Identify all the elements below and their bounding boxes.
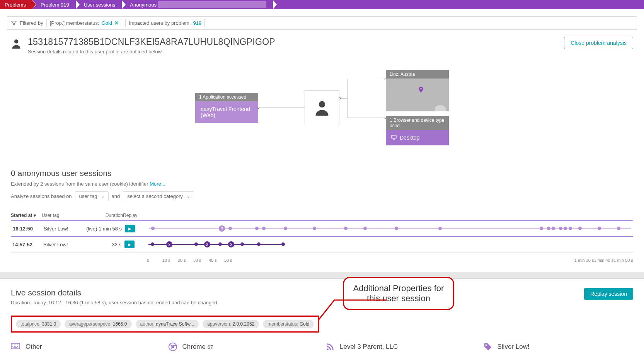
- chevron-down-icon: ⌄: [187, 194, 190, 198]
- analyze-select-1[interactable]: user tag⌄: [75, 191, 109, 201]
- sessions-table-header: Started at ▾ User tag Duration Replay: [11, 213, 633, 220]
- replay-button[interactable]: ▶: [124, 241, 135, 248]
- svg-point-7: [485, 345, 487, 346]
- session-timeline: 2: [149, 225, 631, 232]
- svg-rect-2: [392, 135, 396, 138]
- user-subtitle: Session details related to this user pro…: [28, 49, 275, 55]
- breadcrumb-anonymous[interactable]: Anonymous: [121, 0, 273, 9]
- cell-usertag: Silver Low!: [44, 226, 86, 232]
- more-link[interactable]: More...: [150, 181, 165, 187]
- breadcrumb-problem[interactable]: Problem 919: [32, 0, 75, 9]
- property-tag[interactable]: averagepersonprice: 1665.0: [65, 320, 131, 328]
- col-started[interactable]: Started at ▾: [11, 213, 42, 218]
- footer-cards: Other Chrome 67 Level 3 Parent, LLC Silv…: [11, 343, 633, 351]
- replay-session-button[interactable]: Replay session: [584, 288, 633, 300]
- filter-chip-memberstatus[interactable]: [Prop.] memberstatus: Gold ✕: [46, 19, 122, 27]
- sessions-subtitle: Extended by 2 sessions from the same use…: [11, 181, 633, 187]
- device-card[interactable]: Desktop: [386, 130, 449, 145]
- svg-point-6: [327, 348, 329, 350]
- chevron-down-icon: ⌄: [101, 194, 104, 198]
- user-id-title: 1531815771385B1DCNLF3KEI5A8RA7LUHUL8QING…: [28, 37, 275, 47]
- breadcrumbs: Problems Problem 919 User sessions Anony…: [0, 0, 644, 9]
- col-duration[interactable]: Duration: [84, 213, 123, 218]
- property-tag[interactable]: totalprice: 3331.0: [16, 320, 61, 328]
- analyze-select-2[interactable]: select a second category⌄: [123, 191, 194, 201]
- session-timeline: 2 2 2: [148, 241, 632, 248]
- properties-box: totalprice: 3331.0 averagepersonprice: 1…: [11, 316, 319, 333]
- property-tag[interactable]: memberstatus: Gold: [263, 320, 314, 328]
- topology-diagram: 1 Application accessed easyTravel Fronte…: [11, 70, 633, 145]
- keyboard-icon: [11, 343, 20, 351]
- map-pin-icon: [417, 85, 424, 94]
- svg-point-1: [319, 101, 325, 107]
- rss-icon: [326, 343, 334, 351]
- breadcrumb-usersessions[interactable]: User sessions: [75, 0, 122, 9]
- location-map[interactable]: [386, 78, 449, 111]
- desktop-icon: [391, 135, 397, 140]
- person-icon: [313, 99, 331, 116]
- remove-filter-icon[interactable]: ✕: [114, 20, 119, 26]
- section-divider: [0, 272, 644, 279]
- redacted-box: [158, 1, 266, 8]
- user-icon: [11, 38, 22, 49]
- footer-card-tag[interactable]: Silver Low!: [484, 343, 634, 351]
- annotation-callout: Additional Properties for this user sess…: [343, 277, 455, 310]
- col-usertag[interactable]: User tag: [42, 213, 84, 218]
- footer-card-browser[interactable]: Chrome 67: [169, 343, 319, 351]
- sessions-heading: 0 anonymous user sessions: [11, 169, 633, 178]
- and-label: and: [112, 193, 120, 199]
- breadcrumb-problems[interactable]: Problems: [0, 0, 32, 9]
- session-row[interactable]: 14:57:52 Silver Low! 32 s ▶ 2 2 2: [11, 237, 633, 253]
- location-label: Linz, Austria: [386, 70, 449, 78]
- property-tag[interactable]: appversion: 2.0.0.2952: [203, 320, 259, 328]
- filter-bar: Filtered by [Prop.] memberstatus: Gold ✕…: [7, 16, 637, 30]
- filter-icon: [11, 20, 17, 26]
- cell-duration: (live) 1 min 58 s: [86, 226, 125, 232]
- app-count-label: 1 Application accessed: [195, 93, 258, 101]
- cell-started: 16:12:50: [13, 226, 44, 232]
- cell-started: 14:57:52: [12, 242, 43, 247]
- live-session-subtitle: Duration: Today, 16:12 - 16:36 (1 min 58…: [11, 300, 217, 305]
- filtered-by-label: Filtered by: [20, 20, 43, 26]
- live-session-heading: Live session details: [11, 288, 217, 297]
- chrome-icon: [169, 343, 177, 351]
- footer-card-isp[interactable]: Level 3 Parent, LLC: [326, 343, 476, 351]
- filter-chip-problem[interactable]: Impacted users by problem: 919: [125, 19, 205, 27]
- footer-card-other[interactable]: Other: [11, 343, 161, 351]
- col-replay: Replay: [123, 213, 142, 218]
- timeline-axis: 0 10 s 20 s 30 s 40 s 50 s 1 min 30 s 1 …: [147, 258, 633, 263]
- svg-point-0: [14, 39, 19, 44]
- property-tag[interactable]: author: dynaTrace Softw...: [136, 320, 199, 328]
- session-row[interactable]: 16:12:50 Silver Low! (live) 1 min 58 s ▶…: [11, 220, 633, 237]
- analyze-label: Analyze sessions based on: [11, 193, 72, 199]
- close-problem-analysis-button[interactable]: Close problem analysis: [564, 37, 633, 49]
- app-card[interactable]: easyTravel Frontend (Web): [195, 101, 258, 123]
- cell-duration: 32 s: [86, 242, 124, 247]
- svg-rect-3: [11, 343, 20, 349]
- user-node[interactable]: [305, 90, 339, 125]
- tag-icon: [484, 343, 492, 351]
- replay-button[interactable]: ▶: [125, 225, 135, 232]
- cell-usertag: Silver Low!: [43, 242, 86, 247]
- device-count-label: 1 Browser and device type used: [386, 116, 449, 130]
